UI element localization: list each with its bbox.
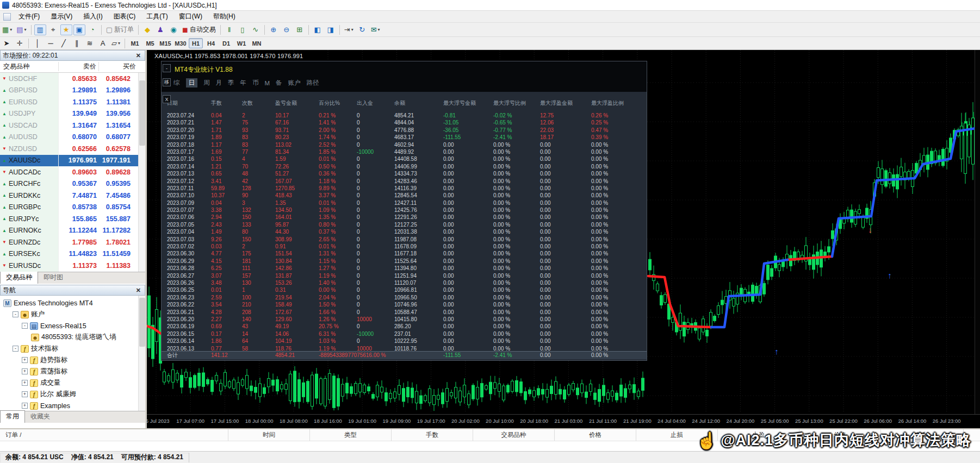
- timeframe-W1[interactable]: W1: [234, 38, 249, 48]
- stats-column-header[interactable]: 余额: [394, 99, 443, 107]
- stats-move-button[interactable]: 移: [163, 78, 171, 86]
- menu-6[interactable]: 帮助(H): [208, 11, 241, 22]
- navigator-scrollbar[interactable]: [138, 296, 145, 411]
- market-watch-scrollbar[interactable]: [138, 73, 145, 272]
- stats-column-header[interactable]: 最大浮亏金额: [443, 99, 493, 107]
- market-watch-row-EURUSD[interactable]: ▲EURUSD1.113751.11381: [0, 96, 145, 108]
- zoom-in-icon[interactable]: ⊕: [268, 24, 280, 35]
- expert-advisors-icon[interactable]: ♟: [154, 24, 166, 35]
- timeframe-M5[interactable]: M5: [143, 38, 157, 48]
- menu-2[interactable]: 插入(I): [78, 11, 108, 22]
- navigator-tab-收藏夹[interactable]: 收藏夹: [25, 411, 55, 423]
- stats-column-header[interactable]: 最大浮盈比例: [591, 99, 647, 107]
- market-watch-row-GBPUSD[interactable]: ▲GBPUSD1.298911.29896: [0, 85, 145, 97]
- stats-tab-综[interactable]: 综: [173, 79, 180, 87]
- orders-column-0[interactable]: 时间: [228, 429, 310, 441]
- timeframe-M15[interactable]: M15: [158, 38, 172, 48]
- shapes-icon[interactable]: ▱▾: [110, 38, 122, 49]
- time-axis[interactable]: 16 Jul 202317 Jul 07:0017 Jul 15:0018 Ju…: [147, 414, 980, 428]
- chart-shift-icon[interactable]: ⇥▾: [343, 24, 355, 35]
- stats-column-header[interactable]: 百分比%: [319, 99, 357, 107]
- menu-3[interactable]: 图表(C): [108, 11, 141, 22]
- stats-tab-日[interactable]: 日: [186, 78, 198, 87]
- market-watch-row-USDCHF[interactable]: ▼USDCHF0.856330.85642: [0, 73, 145, 85]
- stats-tab-月[interactable]: 月: [216, 79, 222, 87]
- zoom-out-icon[interactable]: ⊖: [281, 24, 293, 35]
- market-watch-row-EURSEKc[interactable]: ▲EURSEKc11.4482311.51459: [0, 248, 145, 260]
- strategy-tester-icon[interactable]: ◔: [86, 24, 98, 35]
- navigator-header[interactable]: 导航 ✕: [0, 285, 145, 296]
- market-watch-row-EURNOKc[interactable]: ▲EURNOKc11.1224411.17282: [0, 225, 145, 237]
- timeframe-D1[interactable]: D1: [219, 38, 233, 48]
- navigator-item[interactable]: +ƒ比尔 威廉姆: [0, 389, 145, 400]
- new-order-button[interactable]: ▢新订单: [104, 24, 135, 35]
- fibonacci-icon[interactable]: ≋: [84, 38, 96, 49]
- market-watch-row-NZDUSD[interactable]: ▼NZDUSD0.625660.62578: [0, 143, 145, 155]
- stats-tab-币[interactable]: 币: [252, 79, 259, 87]
- expand-icon[interactable]: +: [22, 380, 28, 386]
- profiles-icon[interactable]: ▤▾: [15, 24, 28, 35]
- stats-minimize-button[interactable]: -: [163, 64, 171, 72]
- timeframe-M30[interactable]: M30: [173, 38, 188, 48]
- stats-tab-年[interactable]: 年: [240, 79, 247, 87]
- vertical-line-icon[interactable]: │: [32, 38, 44, 49]
- candle-chart-icon[interactable]: ▯: [237, 24, 249, 35]
- timeframe-M1[interactable]: M1: [128, 38, 142, 48]
- orders-column-1[interactable]: 类型: [310, 429, 392, 441]
- title-bar[interactable]: 48055393: Exness-Real15 - Exness Technol…: [0, 0, 980, 11]
- stats-close-button[interactable]: X: [163, 95, 171, 103]
- stats-panel[interactable]: MT4专业统计 V1.88 综日周月季年币M备账户路径 - 移 X 日期手数次数…: [161, 61, 647, 361]
- close-icon[interactable]: ✕: [134, 52, 142, 59]
- close-icon[interactable]: ✕: [134, 287, 142, 294]
- column-symbol[interactable]: 交易品种: [0, 62, 59, 71]
- new-chart-icon[interactable]: ▦▾: [1, 24, 14, 35]
- stats-tab-账户[interactable]: 账户: [288, 79, 301, 87]
- data-window-icon[interactable]: ⌖: [47, 24, 59, 35]
- timeframe-MN[interactable]: MN: [250, 38, 264, 48]
- orders-column-4[interactable]: 价格: [555, 429, 636, 441]
- horizontal-line-icon[interactable]: ─: [45, 38, 57, 49]
- stats-column-header[interactable]: 次数: [242, 99, 275, 107]
- crosshair-icon[interactable]: ✛: [14, 38, 26, 49]
- channel-icon[interactable]: ∥: [71, 38, 83, 49]
- arrange-right-icon[interactable]: ◨: [325, 24, 337, 35]
- navigator-item[interactable]: +ƒ震荡指标: [0, 366, 145, 377]
- timeframe-H1[interactable]: H1: [189, 38, 203, 48]
- tile-windows-icon[interactable]: ⊞: [294, 24, 306, 35]
- navigator-item[interactable]: -ƒ技术指标: [0, 343, 145, 354]
- chevron-down-icon[interactable]: ▾: [118, 41, 120, 46]
- market-watch-row-AUDCADc[interactable]: ▼AUDCADc0.896030.89628: [0, 166, 145, 178]
- terminal-icon[interactable]: ▣: [73, 24, 85, 35]
- market-watch-row-EURGBPc[interactable]: ▲EURGBPc0.857380.85754: [0, 202, 145, 214]
- chevron-down-icon[interactable]: ▾: [378, 27, 380, 32]
- navigator-tab-常用[interactable]: 常用: [0, 410, 25, 423]
- market-watch-row-XAUUSDc[interactable]: ▲XAUUSDc1976.9911977.191: [0, 155, 145, 167]
- menu-0[interactable]: 文件(F): [13, 11, 45, 22]
- auto-scroll-icon[interactable]: ↻: [356, 24, 368, 35]
- line-chart-icon[interactable]: ∿: [250, 24, 262, 35]
- navigator-item[interactable]: +ƒExamples: [0, 400, 145, 411]
- stats-column-header[interactable]: 最大浮盈金额: [540, 99, 591, 107]
- stats-tab-周[interactable]: 周: [203, 79, 210, 87]
- column-bid[interactable]: 卖价: [59, 62, 99, 71]
- navigator-item[interactable]: +ƒ成交量: [0, 377, 145, 389]
- orders-tab[interactable]: 订单 /: [0, 429, 228, 441]
- menu-1[interactable]: 显示(V): [45, 11, 78, 22]
- templates-icon[interactable]: ✉▾: [369, 24, 382, 35]
- stats-column-header[interactable]: 盈亏金额: [275, 99, 319, 107]
- chevron-down-icon[interactable]: ▾: [10, 27, 12, 32]
- signals-icon[interactable]: ◉: [168, 24, 179, 35]
- stats-column-header[interactable]: 出入金: [357, 99, 394, 107]
- chevron-down-icon[interactable]: ▾: [351, 27, 353, 32]
- expand-icon[interactable]: +: [22, 403, 28, 409]
- market-watch-row-USDCAD[interactable]: ▲USDCAD1.316471.31654: [0, 120, 145, 132]
- navigator-item[interactable]: -☻账户: [0, 309, 145, 320]
- stats-column-header[interactable]: 最大浮亏比例: [493, 99, 540, 107]
- orders-column-2[interactable]: 手数: [392, 429, 473, 441]
- expand-icon[interactable]: +: [22, 357, 28, 363]
- bar-chart-icon[interactable]: ‖: [224, 24, 235, 35]
- stats-tab-M[interactable]: M: [265, 80, 270, 86]
- collapse-icon[interactable]: -: [22, 323, 28, 329]
- navigator-item[interactable]: -▤Exness-Real15: [0, 320, 145, 331]
- menu-4[interactable]: 工具(T): [141, 11, 173, 22]
